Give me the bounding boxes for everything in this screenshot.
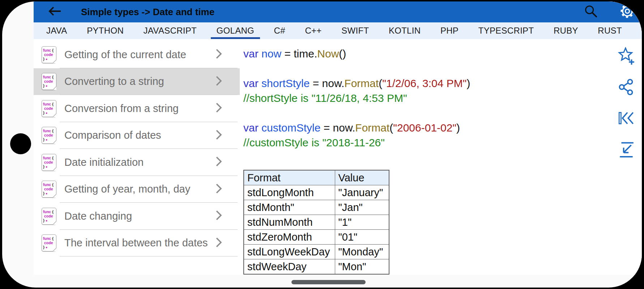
table-cell: stdNumMonth xyxy=(244,215,335,230)
device-frame: Simple types -> Date and time xyxy=(0,0,644,289)
tab-swift[interactable]: SWIFT xyxy=(341,22,369,39)
table-row: stdLongMonth"January" xyxy=(244,185,389,200)
chevron-right-icon xyxy=(215,102,222,115)
chevron-right-icon xyxy=(215,156,222,169)
code-block: var now = time.Now() var shortStyle = no… xyxy=(243,46,642,150)
table-row: stdMonth""Jan" xyxy=(244,200,389,215)
table-cell: stdMonth" xyxy=(244,200,335,215)
back-arrow-icon xyxy=(47,5,62,19)
sidebar-item-the-interval-between-the-dates[interactable]: func {code} ●The interval between the da… xyxy=(34,230,240,257)
content-area: func {code} ●Getting of the current date… xyxy=(34,39,642,275)
table-cell: stdLongWeekDay xyxy=(244,245,335,259)
code-file-icon: func {code} ● xyxy=(42,100,56,117)
sidebar-item-label: Getting of year, month, day xyxy=(64,183,190,195)
action-rail xyxy=(617,48,635,159)
tab-ruby[interactable]: RUBY xyxy=(554,22,578,39)
table-cell: stdWeekDay xyxy=(244,259,335,275)
code-file-icon: func {code} ● xyxy=(42,234,56,251)
code-file-icon: func {code} ● xyxy=(42,154,56,171)
device-screen: Simple types -> Date and time xyxy=(2,1,642,288)
table-cell: "Jan" xyxy=(335,200,389,215)
code-panel: var now = time.Now() var shortStyle = no… xyxy=(240,39,642,275)
table-header-row: FormatValue xyxy=(244,170,389,185)
table-header-cell: Value xyxy=(335,170,389,185)
code-file-icon: func {code} ● xyxy=(42,208,56,225)
tab-c-sharp[interactable]: C# xyxy=(274,22,285,39)
chevron-right-icon xyxy=(215,48,222,61)
sidebar-item-label: Conversion from a string xyxy=(64,103,179,115)
sidebar-item-date-initialization[interactable]: func {code} ●Date initialization xyxy=(34,149,240,176)
table-cell: stdZeroMonth xyxy=(244,230,335,245)
favorite-add-icon xyxy=(617,47,635,66)
table-cell: "1" xyxy=(335,215,389,230)
back-button[interactable] xyxy=(47,4,63,20)
search-icon xyxy=(583,4,598,20)
table-header-cell: Format xyxy=(244,170,335,185)
sidebar-item-getting-of-year-month-day[interactable]: func {code} ●Getting of year, month, day xyxy=(34,176,240,203)
code-file-icon: func {code} ● xyxy=(42,46,56,63)
chevron-right-icon xyxy=(215,183,222,196)
sidebar-item-label: Getting of the current date xyxy=(64,49,186,61)
camera-cutout xyxy=(10,133,31,154)
sidebar-item-conversion-from-a-string[interactable]: func {code} ●Conversion from a string xyxy=(34,95,240,122)
code-file-icon: func {code} ● xyxy=(42,73,56,90)
sidebar-item-label: Comparison of dates xyxy=(64,129,161,141)
table-cell: "01" xyxy=(335,230,389,245)
tab-c-plus-plus[interactable]: C++ xyxy=(305,22,321,39)
table-cell: stdLongMonth xyxy=(244,185,335,200)
format-table: FormatValue stdLongMonth"January"stdMont… xyxy=(243,170,389,275)
code-file-icon: func {code} ● xyxy=(42,127,56,144)
gear-icon xyxy=(619,3,636,21)
sidebar-item-getting-of-the-current-date[interactable]: func {code} ●Getting of the current date xyxy=(34,41,240,68)
code-line: //customStyle is "2018-11-26" xyxy=(243,135,642,150)
sidebar-item-converting-to-a-string[interactable]: func {code} ●Converting to a string xyxy=(34,68,240,95)
table-cell: "Mon" xyxy=(335,259,389,275)
table-cell: "Monday" xyxy=(335,245,389,259)
table-row: stdWeekDay"Mon" xyxy=(244,259,389,275)
tab-python[interactable]: PYTHON xyxy=(87,22,124,39)
settings-button[interactable] xyxy=(619,3,636,21)
tab-typescript[interactable]: TYPESCRIPT xyxy=(478,22,534,39)
sidebar-item-label: The interval between the dates xyxy=(64,237,208,249)
code-line: var now = time.Now() xyxy=(243,46,642,61)
sidebar-item-date-changing[interactable]: func {code} ●Date changing xyxy=(34,203,240,230)
favorite-add-button[interactable] xyxy=(617,48,635,66)
app-bar: Simple types -> Date and time xyxy=(34,1,642,22)
share-icon xyxy=(617,78,635,98)
code-line: //shortStyle is "11/26/18, 4:53 PM" xyxy=(243,91,642,105)
collapse-button[interactable] xyxy=(617,141,635,159)
sidebar-item-label: Date initialization xyxy=(64,156,144,168)
sidebar-item-label: Converting to a string xyxy=(64,76,164,87)
tab-kotlin[interactable]: KOTLIN xyxy=(389,22,421,39)
table-row: stdZeroMonth"01" xyxy=(244,230,389,245)
tab-javascript[interactable]: JAVASCRIPT xyxy=(144,22,197,39)
page-title: Simple types -> Date and time xyxy=(81,1,214,22)
chevron-right-icon xyxy=(215,75,222,88)
chevron-right-icon xyxy=(215,129,222,142)
sidebar-item-label: Date changing xyxy=(64,210,132,222)
code-line: var customStyle = now.Format("2006-01-02… xyxy=(243,120,642,135)
table-row: stdNumMonth"1" xyxy=(244,215,389,230)
table-row: stdLongWeekDay"Monday" xyxy=(244,245,389,259)
tab-rust[interactable]: RUST xyxy=(598,22,622,39)
code-line xyxy=(243,105,642,120)
search-button[interactable] xyxy=(583,4,599,20)
share-button[interactable] xyxy=(617,79,635,97)
chevron-right-icon xyxy=(215,237,222,250)
tab-java[interactable]: JAVA xyxy=(46,22,67,39)
topic-list: func {code} ●Getting of the current date… xyxy=(34,39,240,275)
gesture-handle[interactable] xyxy=(291,280,366,284)
tab-php[interactable]: PHP xyxy=(440,22,459,39)
code-line xyxy=(243,61,642,76)
language-tab-bar: JAVAPYTHONJAVASCRIPTGOLANGC#C++SWIFTKOTL… xyxy=(34,22,642,39)
code-line: var shortStyle = now.Format("1/2/06, 3:0… xyxy=(243,76,642,91)
sidebar-item-comparison-of-dates[interactable]: func {code} ●Comparison of dates xyxy=(34,122,240,149)
chevron-right-icon xyxy=(215,210,222,223)
table-cell: "January" xyxy=(335,185,389,200)
tab-golang[interactable]: GOLANG xyxy=(217,22,255,39)
arrow-bottom-left-icon xyxy=(617,140,635,160)
app-window: Simple types -> Date and time xyxy=(34,1,642,275)
skip-to-start-icon xyxy=(617,109,635,129)
skip-to-start-button[interactable] xyxy=(617,110,635,128)
code-file-icon: func {code} ● xyxy=(42,181,56,198)
